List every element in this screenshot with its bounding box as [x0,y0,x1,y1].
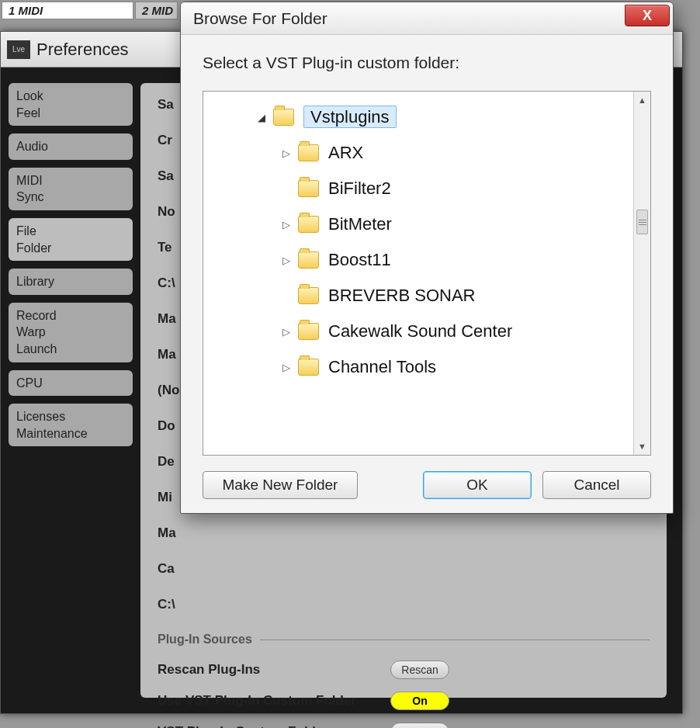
folder-icon [298,287,319,304]
section-plugin-sources: Plug-In Sources [158,633,650,647]
close-button[interactable]: X [625,5,670,26]
label-use-vst-custom-folder: Use VST Plug-In Custom Folder [158,693,390,709]
sidebar-item-licenses[interactable]: LicensesMaintenance [9,404,133,446]
app-logo-icon: Lve [7,40,30,59]
folder-item-vstplugins[interactable]: ◢Vstplugins [208,99,629,135]
expand-icon [279,289,293,303]
ok-button[interactable]: OK [423,471,532,499]
sidebar-item-cpu[interactable]: CPU [9,370,133,397]
content-fragment: Ca [158,561,650,577]
sidebar-item-look[interactable]: LookFeel [9,83,133,126]
make-new-folder-button[interactable]: Make New Folder [203,471,358,499]
dialog-titlebar[interactable]: Browse For Folder X [181,2,673,35]
label-rescan-plugins: Rescan Plug-Ins [158,662,390,678]
sidebar-item-label: Record [16,307,125,324]
folder-item-cakewalk-sound-center[interactable]: ▷Cakewalk Sound Center [208,314,629,349]
folder-label: BREVERB SONAR [328,286,476,306]
sidebar-item-label: Licenses [16,408,125,425]
cancel-button[interactable]: Cancel [542,471,651,499]
folder-icon [298,359,319,376]
folder-icon [273,109,294,126]
sidebar-item-label: File [16,223,125,240]
sidebar-item-label: Sync [16,189,125,206]
sidebar-item-label: Launch [16,341,125,358]
folder-icon [298,216,319,233]
folder-label: Cakewalk Sound Center [328,321,512,341]
sidebar-item-record[interactable]: RecordWarpLaunch [9,303,133,362]
content-fragment: C:\ [158,597,650,612]
sidebar-item-label: Warp [16,324,125,341]
folder-icon [298,180,319,197]
folder-item-channel-tools[interactable]: ▷Channel Tools [208,349,629,385]
use-vst-custom-folder-toggle[interactable]: On [390,692,449,710]
browse-vst-folder-button[interactable]: Browse [390,723,449,728]
folder-label: Channel Tools [328,357,436,377]
expand-icon[interactable]: ▷ [279,360,293,374]
folder-icon [298,251,319,269]
sidebar-item-file[interactable]: FileFolder [9,218,133,261]
folder-label: Vstplugins [303,107,397,127]
sidebar-item-label: Maintenance [16,425,125,442]
sidebar-item-label: Folder [16,240,125,257]
collapse-icon[interactable]: ◢ [255,110,269,124]
dialog-instruction: Select a VST Plug-in custom folder: [203,54,651,72]
folder-label: BitMeter [328,214,392,234]
dialog-title: Browse For Folder [193,9,327,28]
expand-icon [279,182,293,196]
scrollbar[interactable]: ▲ ▼ [633,92,650,455]
sidebar-item-midi[interactable]: MIDISync [9,168,133,210]
tab-midi-1[interactable]: 1 MIDI [2,2,133,19]
preferences-title: Preferences [36,40,129,60]
expand-icon[interactable]: ▷ [279,324,293,338]
tab-midi-2[interactable]: 2 MID [135,2,178,19]
folder-item-arx[interactable]: ▷ARX [208,135,629,171]
expand-icon[interactable]: ▷ [279,217,293,231]
folder-icon [298,144,319,161]
content-fragment: Ma [158,525,650,541]
sidebar-item-label: CPU [16,375,125,392]
rescan-button[interactable]: Rescan [390,660,449,679]
folder-label: BiFilter2 [328,179,391,199]
scroll-down-button[interactable]: ▼ [634,438,650,455]
folder-tree: ◢Vstplugins▷ARXBiFilter2▷BitMeter▷Boost1… [203,91,651,456]
sidebar-item-library[interactable]: Library [9,269,133,295]
folder-item-boost11[interactable]: ▷Boost11 [208,242,629,278]
sidebar-item-label: MIDI [16,172,125,189]
close-icon: X [643,8,652,24]
expand-icon[interactable]: ▷ [279,253,293,267]
expand-icon[interactable]: ▷ [279,146,293,160]
folder-item-bitmeter[interactable]: ▷BitMeter [208,206,629,242]
folder-label: ARX [328,143,363,163]
browse-folder-dialog: Browse For Folder X Select a VST Plug-in… [180,2,674,514]
scroll-up-button[interactable]: ▲ [634,92,650,109]
folder-item-bifilter2[interactable]: BiFilter2 [208,171,629,206]
sidebar-item-audio[interactable]: Audio [9,133,133,160]
label-vst-custom-folder: VST Plug-In Custom Folder [158,724,390,728]
sidebar-item-label: Library [16,273,125,290]
folder-item-breverb-sonar[interactable]: BREVERB SONAR [208,278,629,314]
sidebar-item-label: Audio [16,138,125,155]
scroll-thumb[interactable] [636,210,648,234]
folder-label: Boost11 [328,250,391,270]
folder-icon [298,323,319,340]
sidebar-item-label: Feel [16,105,125,122]
scroll-track[interactable] [634,109,650,438]
preferences-sidebar: LookFeelAudioMIDISyncFileFolderLibraryRe… [1,68,140,713]
sidebar-item-label: Look [16,88,125,105]
